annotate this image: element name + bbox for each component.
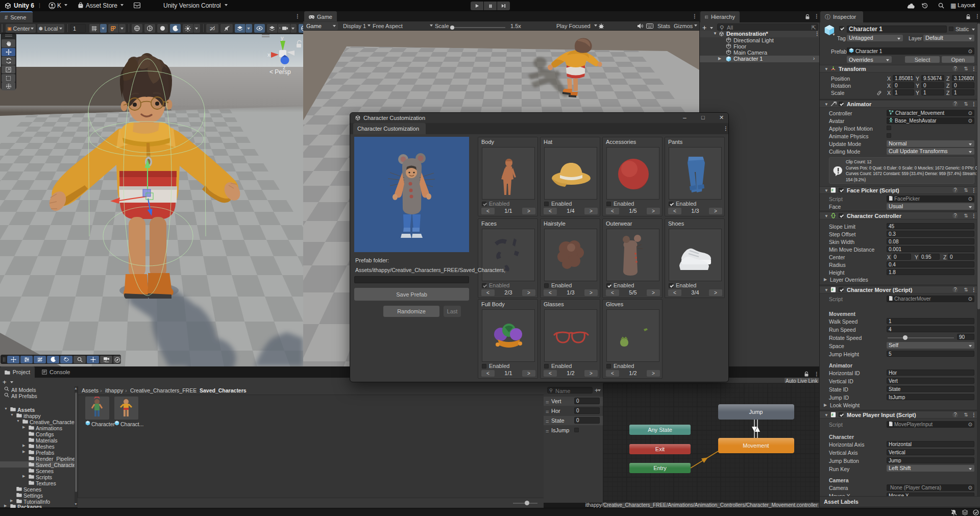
svg-text:#: #: [831, 188, 834, 192]
svg-text:Any State: Any State: [648, 427, 672, 433]
svg-text:x: x: [267, 52, 271, 58]
svg-text:#: #: [831, 287, 834, 292]
svg-text:Y: Y: [94, 29, 96, 32]
svg-text:Jump: Jump: [749, 409, 763, 415]
svg-text:#: #: [831, 412, 834, 417]
svg-text:0: 0: [212, 26, 215, 31]
svg-text:y: y: [281, 35, 284, 41]
svg-text:Entry: Entry: [653, 465, 667, 471]
svg-text:Movement: Movement: [743, 443, 769, 449]
svg-text:Exit: Exit: [655, 446, 665, 452]
